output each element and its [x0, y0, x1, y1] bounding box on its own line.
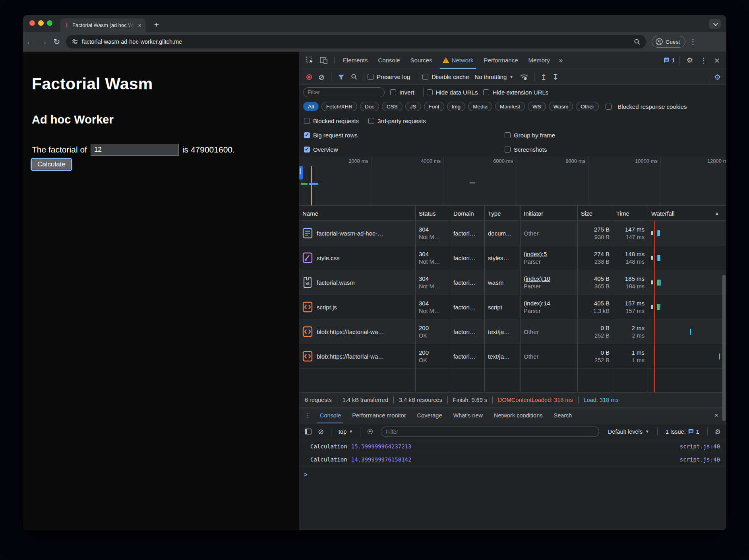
source-link[interactable]: script.js:40 [680, 456, 720, 463]
table-scrollbar[interactable] [722, 275, 726, 421]
zoom-icon[interactable] [634, 39, 641, 45]
table-row[interactable]: WA factorial.wasm 304Not M… factori… was… [299, 270, 726, 295]
context-selector[interactable]: top ▼ [336, 429, 355, 435]
initiator-link[interactable]: (index):5 [524, 251, 574, 257]
tab-search-button[interactable] [709, 19, 721, 29]
table-row[interactable]: style.css 304Not M… factori… styles… (in… [299, 245, 726, 270]
back-button[interactable]: ← [23, 37, 37, 46]
tab-sources[interactable]: Sources [405, 52, 437, 69]
disable-cache-checkbox[interactable] [422, 74, 428, 80]
network-search-icon[interactable] [351, 73, 358, 80]
chip-wasm[interactable]: Wasm [549, 102, 573, 111]
network-filter-input[interactable] [303, 87, 385, 97]
console-sidebar-icon[interactable] [302, 429, 314, 434]
live-expression-eye-icon[interactable] [365, 429, 375, 434]
table-row[interactable]: blob:https://factorial-wa… 200OK factori… [299, 344, 726, 369]
drawer-tab-coverage[interactable]: Coverage [412, 407, 448, 423]
tab-close-icon[interactable]: × [138, 22, 141, 29]
filter-funnel-icon[interactable] [338, 74, 345, 80]
drawer-tab-whats-new[interactable]: What's new [447, 407, 488, 423]
hide-extension-urls-checkbox[interactable] [483, 89, 489, 95]
chip-fetch-xhr[interactable]: Fetch/XHR [321, 102, 357, 111]
console-settings-gear-icon[interactable]: ⚙ [712, 428, 723, 436]
column-header-type[interactable]: Type [485, 206, 521, 221]
chip-all[interactable]: All [303, 102, 319, 111]
issues-counter[interactable]: 1 [663, 57, 675, 64]
console-message[interactable]: Calculation 14.399999976158142 script.js… [299, 453, 726, 466]
address-bar[interactable]: factorial-wasm-ad-hoc-worker.glitch.me [66, 35, 646, 48]
network-overview[interactable]: 2000 ms 4000 ms 6000 ms 8000 ms 10000 ms… [299, 156, 726, 206]
preserve-log-checkbox[interactable] [368, 74, 374, 80]
network-settings-gear-icon[interactable]: ⚙ [712, 73, 722, 81]
devtools-menu-icon[interactable]: ⋮ [697, 56, 710, 64]
record-button[interactable] [306, 74, 312, 80]
browser-menu-button[interactable]: ⋮ [689, 37, 697, 46]
drawer-tab-console[interactable]: Console [314, 407, 346, 423]
new-tab-button[interactable]: + [151, 19, 162, 30]
minimize-window-button[interactable] [38, 20, 44, 26]
profile-chip[interactable]: Guest [652, 36, 685, 48]
column-header-name[interactable]: Name [299, 206, 416, 221]
third-party-checkbox[interactable] [368, 118, 374, 124]
table-row[interactable]: factorial-wasm-ad-hoc-… 304Not M… factor… [299, 221, 726, 245]
chip-js[interactable]: JS [405, 102, 421, 111]
factorial-input[interactable] [91, 144, 179, 156]
chip-other[interactable]: Other [576, 102, 599, 111]
reload-button[interactable]: ↻ [50, 37, 64, 46]
column-header-time[interactable]: Time [613, 206, 648, 221]
import-har-icon[interactable]: ↥ [538, 73, 550, 81]
initiator-link[interactable]: (index):14 [524, 300, 574, 307]
tab-performance[interactable]: Performance [479, 52, 523, 69]
close-drawer-icon[interactable]: × [709, 411, 724, 419]
export-har-icon[interactable]: ↧ [550, 73, 561, 81]
table-row[interactable]: script.js 304Not M… factori… script (ind… [299, 295, 726, 319]
console-filter-input[interactable] [381, 427, 599, 437]
browser-tab[interactable]: ! Factorial Wasm (ad hoc Work × [60, 18, 145, 32]
console-message[interactable]: Calculation 15.599999964237213 script.js… [299, 440, 726, 453]
invert-checkbox[interactable] [390, 89, 396, 95]
device-toolbar-icon[interactable] [319, 56, 328, 64]
screenshots-checkbox[interactable] [505, 147, 511, 153]
more-tabs-button[interactable]: » [555, 56, 567, 64]
clear-console-icon[interactable]: ⊘ [315, 427, 326, 436]
close-devtools-icon[interactable]: × [711, 56, 723, 64]
chip-manifest[interactable]: Manifest [495, 102, 525, 111]
big-request-rows-checkbox[interactable] [304, 132, 310, 138]
column-header-initiator[interactable]: Initiator [521, 206, 578, 221]
tab-elements[interactable]: Elements [338, 52, 373, 69]
column-header-status[interactable]: Status [416, 206, 450, 221]
inspect-element-icon[interactable] [306, 56, 314, 64]
blocked-requests-checkbox[interactable] [304, 118, 310, 124]
console-prompt[interactable]: > [299, 466, 726, 478]
close-window-button[interactable] [29, 20, 35, 26]
settings-gear-icon[interactable]: ⚙ [683, 56, 696, 64]
chip-doc[interactable]: Doc [360, 102, 379, 111]
chip-img[interactable]: Img [447, 102, 466, 111]
forward-button[interactable]: → [37, 37, 50, 46]
tab-console[interactable]: Console [373, 52, 405, 69]
issues-chip[interactable]: 1 Issue: 1 [662, 429, 703, 435]
overview-selection-handle[interactable] [299, 166, 303, 180]
tab-memory[interactable]: Memory [523, 52, 555, 69]
window-controls[interactable] [29, 20, 52, 26]
source-link[interactable]: script.js:40 [680, 443, 720, 450]
clear-network-log-icon[interactable]: ⊘ [315, 73, 328, 81]
chip-ws[interactable]: WS [528, 102, 546, 111]
table-row[interactable]: blob:https://factorial-wa… 200OK factori… [299, 319, 726, 344]
overview-strip[interactable] [299, 166, 726, 205]
column-header-size[interactable]: Size [578, 206, 613, 221]
site-settings-icon[interactable] [72, 39, 78, 45]
tab-network[interactable]: Network [437, 52, 479, 69]
column-header-domain[interactable]: Domain [450, 206, 485, 221]
network-conditions-icon[interactable] [520, 73, 528, 81]
overview-checkbox[interactable] [304, 147, 310, 153]
url-text[interactable]: factorial-wasm-ad-hoc-worker.glitch.me [82, 39, 630, 45]
blocked-response-cookies-checkbox[interactable] [606, 104, 612, 110]
group-by-frame-checkbox[interactable] [505, 132, 511, 138]
calculate-button[interactable]: Calculate [32, 159, 71, 170]
log-levels-dropdown[interactable]: Default levels ▼ [605, 429, 652, 435]
drawer-tab-network-conditions[interactable]: Network conditions [488, 407, 548, 423]
chip-font[interactable]: Font [424, 102, 444, 111]
drawer-tab-performance-monitor[interactable]: Performance monitor [346, 407, 411, 423]
drawer-menu-icon[interactable]: ⋮ [302, 411, 314, 419]
